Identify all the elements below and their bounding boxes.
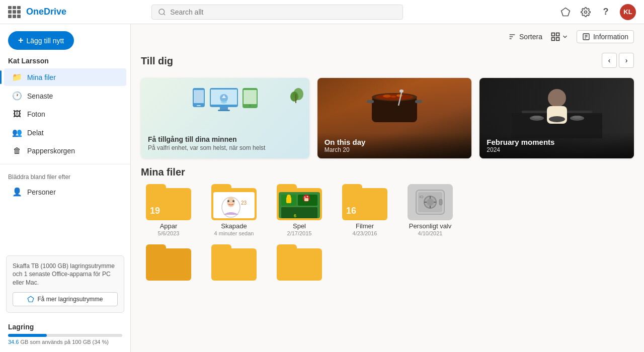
user-name: Kat Larsson	[0, 54, 130, 68]
person-icon: 👤	[12, 187, 22, 197]
diamond-small-icon	[27, 296, 34, 303]
card2-sub: March 20	[325, 146, 465, 153]
storage-link[interactable]: 34.6	[8, 339, 19, 345]
promo-card-title: Få tillgång till dina minnen	[148, 135, 302, 143]
svg-point-22	[221, 101, 227, 104]
svg-point-27	[249, 105, 251, 107]
avatar[interactable]: KL	[620, 4, 636, 20]
svg-rect-60	[281, 207, 317, 218]
storage-bar-track	[8, 334, 122, 337]
svg-point-66	[307, 196, 308, 198]
folder-row2-1[interactable]	[141, 244, 196, 281]
storage-bar-fill	[8, 334, 47, 337]
folder-appar[interactable]: 19 Appar 5/6/2023	[141, 184, 196, 236]
topbar-right: ? KL	[559, 4, 636, 20]
next-arrow[interactable]: ›	[619, 53, 634, 68]
february-moments-overlay: February moments 2024	[479, 133, 634, 158]
sidebar-item-shared[interactable]: 👥 Delat	[4, 124, 126, 141]
svg-rect-8	[551, 33, 554, 36]
mina-filer-section: Mina filer 19 Appar 5/6/2023	[141, 166, 634, 236]
trash-icon: 🗑	[12, 146, 22, 155]
svg-point-65	[304, 197, 306, 198]
svg-point-49	[532, 116, 542, 119]
svg-point-29	[290, 92, 298, 102]
on-this-day-card[interactable]: On this day March 20	[317, 78, 472, 158]
help-icon[interactable]: ?	[600, 6, 612, 18]
sidebar: + Lägg till nytt Kat Larsson 📁 Mina file…	[0, 24, 131, 352]
svg-point-54	[227, 200, 229, 202]
prev-arrow[interactable]: ‹	[602, 53, 617, 68]
svg-rect-11	[556, 38, 559, 41]
svg-rect-76	[439, 199, 442, 205]
svg-rect-39	[415, 100, 422, 103]
svg-rect-9	[556, 33, 559, 36]
search-input[interactable]	[170, 8, 396, 16]
svg-rect-17	[194, 90, 204, 103]
svg-rect-24	[218, 110, 230, 111]
promo-card-sub: På valfri enhet, var som helst, när som …	[148, 144, 302, 151]
svg-point-3	[584, 11, 587, 13]
promo-plant	[288, 84, 303, 106]
chevron-down-icon	[561, 33, 569, 40]
sidebar-item-recycle[interactable]: 🗑 Papperskorgen	[4, 142, 126, 159]
svg-point-48	[549, 116, 565, 122]
svg-point-35	[383, 95, 391, 98]
folder-skapade[interactable]: 23 Skapade 4 minuter sedan	[206, 184, 262, 236]
toolbar-right: Sortera Information	[508, 30, 634, 43]
folder-row2-3[interactable]	[272, 244, 327, 281]
folder-filmer[interactable]: 16 Filmer 4/23/2016	[337, 184, 392, 236]
search-icon	[158, 8, 166, 16]
promo-card[interactable]: Få tillgång till dina minnen På valfri e…	[141, 78, 309, 158]
photo-icon: 🖼	[12, 110, 22, 119]
february-moments-card[interactable]: February moments 2024	[479, 78, 634, 158]
info-icon	[582, 33, 590, 41]
svg-marker-2	[561, 8, 570, 16]
info-button[interactable]: Information	[577, 30, 634, 43]
sort-icon	[508, 33, 516, 41]
plus-icon: +	[18, 35, 24, 46]
svg-point-37	[391, 96, 396, 98]
files-grid: 19 Appar 5/6/2023	[141, 184, 634, 236]
add-new-button[interactable]: + Lägg till nytt	[8, 31, 74, 50]
folder-row2-2[interactable]	[206, 244, 262, 281]
svg-rect-26	[244, 90, 257, 104]
svg-point-41	[399, 90, 404, 93]
brand-title: OneDrive	[26, 7, 66, 17]
svg-point-0	[159, 9, 165, 15]
get-more-storage-button[interactable]: Få mer lagringsutrymme	[13, 292, 118, 306]
till-dig-title: Till dig	[141, 55, 173, 67]
main-content: Sortera Information Till dig ‹ ›	[131, 24, 644, 352]
grid-icon	[550, 32, 560, 42]
vault-icon: IO	[415, 189, 445, 215]
sidebar-item-people[interactable]: 👤 Personer	[4, 183, 126, 201]
till-dig-section: Till dig ‹ ›	[141, 47, 634, 158]
content-area: + Lägg till nytt Kat Larsson 📁 Mina file…	[0, 24, 644, 352]
on-this-day-overlay: On this day March 20	[317, 133, 472, 158]
mina-filer-title: Mina filer	[141, 166, 634, 178]
sidebar-item-recent[interactable]: 🕐 Senaste	[4, 87, 126, 105]
svg-rect-23	[220, 107, 228, 110]
svg-rect-10	[551, 38, 554, 41]
folder-vault[interactable]: IO Personligt valv 4/10/2021	[403, 184, 458, 236]
till-dig-cards: Få tillgång till dina minnen På valfri e…	[141, 78, 634, 158]
svg-text:23: 23	[241, 200, 247, 206]
sidebar-item-my-files[interactable]: 📁 Mina filer	[4, 68, 126, 86]
svg-marker-4	[28, 296, 34, 302]
sidebar-item-photos[interactable]: 🖼 Foton	[4, 106, 126, 123]
view-toggle[interactable]	[550, 32, 569, 42]
promo-text-wrap: Få tillgång till dina minnen På valfri e…	[148, 135, 302, 151]
card2-title: On this day	[325, 138, 465, 146]
sort-button[interactable]: Sortera	[508, 33, 542, 41]
folder-spel[interactable]: 6 Spel 2/17/2015	[272, 184, 327, 236]
svg-text:IO: IO	[419, 195, 423, 199]
cards-nav: ‹ ›	[602, 53, 634, 68]
apps-grid-icon[interactable]	[8, 6, 20, 18]
svg-rect-64	[304, 198, 308, 201]
search-bar[interactable]	[151, 5, 403, 20]
diamond-icon[interactable]	[559, 6, 572, 18]
svg-point-62	[287, 195, 291, 199]
storage-section-label: Lagring	[0, 317, 130, 332]
settings-icon[interactable]	[580, 6, 592, 18]
files-grid-row2	[141, 244, 634, 281]
svg-line-1	[164, 14, 165, 15]
